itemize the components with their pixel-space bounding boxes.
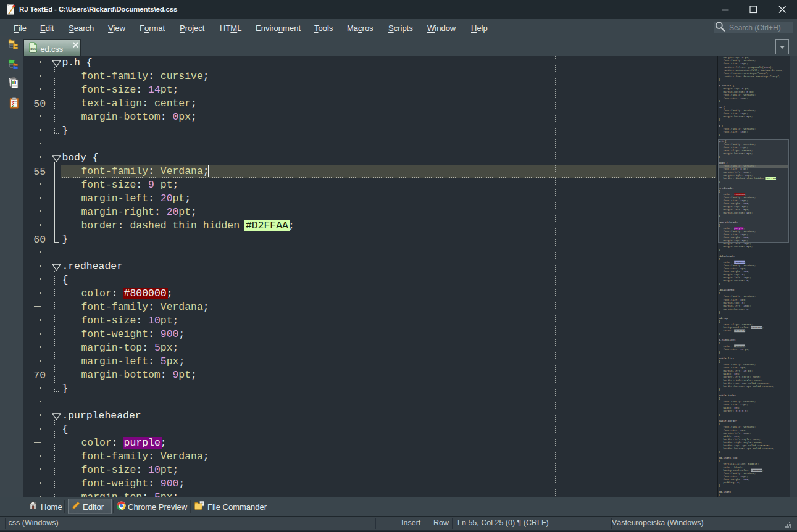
svg-text:css: css xyxy=(30,47,36,51)
